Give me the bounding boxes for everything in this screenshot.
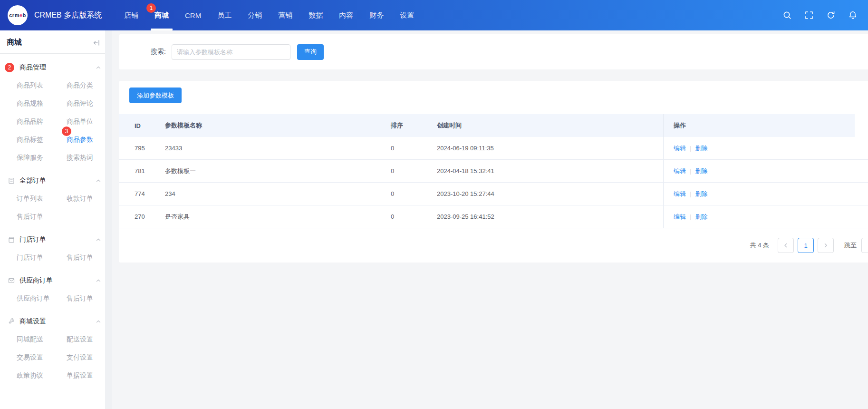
action-separator: |: [690, 213, 691, 220]
sidebar-section-label: 全部订单: [19, 176, 46, 185]
sidebar-item[interactable]: 支付设置: [67, 349, 112, 367]
sidebar-item[interactable]: 商品参数3: [67, 131, 112, 149]
table-header-row: ID参数模板名称排序创建时间操作: [119, 114, 868, 137]
edit-link[interactable]: 编辑: [674, 144, 686, 153]
sidebar-item[interactable]: 商品标签: [17, 131, 67, 149]
chevron-up-icon[interactable]: [95, 277, 102, 284]
cell-actions: 编辑|删除: [663, 205, 855, 228]
wrench-icon: [8, 318, 15, 325]
pagination: 共 4 条 1 跳至: [119, 238, 868, 253]
table-header-cell: ID: [135, 114, 165, 137]
search-icon[interactable]: [782, 10, 792, 20]
sidebar-item[interactable]: 售后订单: [67, 249, 112, 267]
bell-icon[interactable]: [848, 10, 858, 20]
search-button[interactable]: 查询: [297, 44, 324, 60]
nav-item-label: CRM: [185, 11, 201, 19]
sidebar-item[interactable]: 单据设置: [67, 367, 112, 385]
sidebar-section-header[interactable]: 全部订单: [0, 172, 112, 190]
edit-link[interactable]: 编辑: [674, 190, 686, 198]
sidebar-item[interactable]: 收款订单: [67, 190, 112, 208]
sidebar-item[interactable]: 供应商订单: [17, 290, 67, 308]
search-input[interactable]: [172, 44, 290, 60]
pagination-jump-input[interactable]: [861, 238, 868, 253]
sidebar-item[interactable]: 配送设置: [67, 331, 112, 349]
table-header-cell: 参数模板名称: [165, 114, 391, 137]
table-header-cell: 排序: [391, 114, 437, 137]
cell-name: 参数模板一: [165, 167, 391, 175]
cell-created: 2023-10-20 15:27:44: [437, 190, 663, 197]
cell-id: 795: [135, 145, 165, 152]
nav-item[interactable]: 员工: [209, 0, 240, 30]
pagination-next-button[interactable]: [818, 238, 834, 253]
sidebar-section-items: 订单列表收款订单售后订单: [0, 190, 112, 226]
sidebar-item[interactable]: 交易设置: [17, 349, 67, 367]
sidebar-item[interactable]: 商品评论: [67, 95, 112, 113]
edit-link[interactable]: 编辑: [674, 213, 686, 221]
action-separator: |: [690, 145, 691, 152]
chevron-up-icon[interactable]: [95, 177, 102, 184]
sidebar-section: 商品管理2商品列表商品分类商品规格商品评论商品品牌商品单位商品标签商品参数3保障…: [0, 58, 112, 167]
sidebar-item[interactable]: 售后订单: [67, 290, 112, 308]
sidebar-item[interactable]: 保障服务: [17, 149, 67, 167]
sidebar-item[interactable]: 商品列表: [17, 77, 67, 95]
sidebar-section: 商城设置同城配送配送设置交易设置支付设置政策协议单据设置: [0, 312, 112, 385]
chevron-up-icon[interactable]: [95, 318, 102, 325]
sidebar-item[interactable]: 商品单位: [67, 113, 112, 131]
cell-name: 23433: [165, 145, 391, 152]
sidebar-section-items: 门店订单售后订单: [0, 249, 112, 267]
refresh-icon[interactable]: [826, 10, 836, 20]
add-template-button[interactable]: 添加参数模板: [129, 88, 182, 103]
cell-id: 781: [135, 167, 165, 175]
nav-item-label: 内容: [339, 11, 353, 20]
nav-item[interactable]: CRM: [177, 0, 209, 30]
main-content: 搜索: 查询 添加参数模板 ID参数模板名称排序创建时间操作 795234330…: [112, 30, 868, 409]
cell-name: 234: [165, 190, 391, 197]
data-table: ID参数模板名称排序创建时间操作 7952343302024-06-19 09:…: [119, 114, 868, 228]
table-row: 781参数模板一02024-04-18 15:32:41编辑|删除: [119, 160, 868, 183]
nav-item[interactable]: 店铺: [116, 0, 146, 30]
chevron-up-icon[interactable]: [95, 236, 102, 243]
nav-item-label: 设置: [400, 11, 414, 20]
sidebar-item[interactable]: 政策协议: [17, 367, 67, 385]
sidebar-divider: [0, 53, 112, 54]
fullscreen-icon[interactable]: [804, 10, 814, 20]
sidebar-item[interactable]: 订单列表: [17, 190, 67, 208]
sidebar-item[interactable]: 商品规格: [17, 95, 67, 113]
sidebar-item[interactable]: 门店订单: [17, 249, 67, 267]
delete-link[interactable]: 删除: [695, 190, 707, 198]
sidebar: 商城 商品管理2商品列表商品分类商品规格商品评论商品品牌商品单位商品标签商品参数…: [0, 30, 112, 409]
nav-item[interactable]: 数据: [300, 0, 331, 30]
cell-sort: 0: [391, 190, 437, 197]
top-navbar: crmeb CRMEB 多店版系统 店铺商城1CRM员工分销营销数据内容财务设置: [0, 0, 868, 30]
sidebar-section-header[interactable]: 门店订单: [0, 231, 112, 249]
nav-item[interactable]: 分销: [240, 0, 270, 30]
nav-item-label: 财务: [369, 11, 384, 20]
table-header-cell: 创建时间: [437, 114, 663, 137]
nav-item[interactable]: 营销: [270, 0, 300, 30]
chevron-up-icon[interactable]: [95, 64, 102, 71]
sidebar-collapse-icon[interactable]: [92, 39, 101, 47]
sidebar-section-header[interactable]: 商城设置: [0, 312, 112, 331]
cell-actions: 编辑|删除: [663, 137, 855, 159]
brand-area[interactable]: crmeb CRMEB 多店版系统: [0, 5, 105, 25]
sidebar-item[interactable]: 商品品牌: [17, 113, 67, 131]
delete-link[interactable]: 删除: [695, 144, 707, 153]
sidebar-item[interactable]: 商品分类: [67, 77, 112, 95]
sidebar-section-header[interactable]: 商品管理2: [0, 58, 112, 77]
delete-link[interactable]: 删除: [695, 213, 707, 221]
mail-icon: [8, 277, 15, 284]
sidebar-item[interactable]: 售后订单: [17, 208, 67, 226]
sidebar-item[interactable]: 搜索热词: [67, 149, 112, 167]
sidebar-item[interactable]: 同城配送: [17, 331, 67, 349]
nav-item[interactable]: 财务: [361, 0, 392, 30]
pagination-prev-button[interactable]: [778, 238, 794, 253]
edit-link[interactable]: 编辑: [674, 167, 686, 175]
search-panel: 搜索: 查询: [119, 34, 868, 69]
sidebar-section-header[interactable]: 供应商订单: [0, 272, 112, 290]
nav-item[interactable]: 设置: [392, 0, 422, 30]
delete-link[interactable]: 删除: [695, 167, 707, 175]
pagination-page-1[interactable]: 1: [798, 238, 814, 253]
nav-item[interactable]: 商城1: [146, 0, 177, 30]
nav-item[interactable]: 内容: [331, 0, 361, 30]
nav-item-label: 员工: [217, 11, 231, 20]
